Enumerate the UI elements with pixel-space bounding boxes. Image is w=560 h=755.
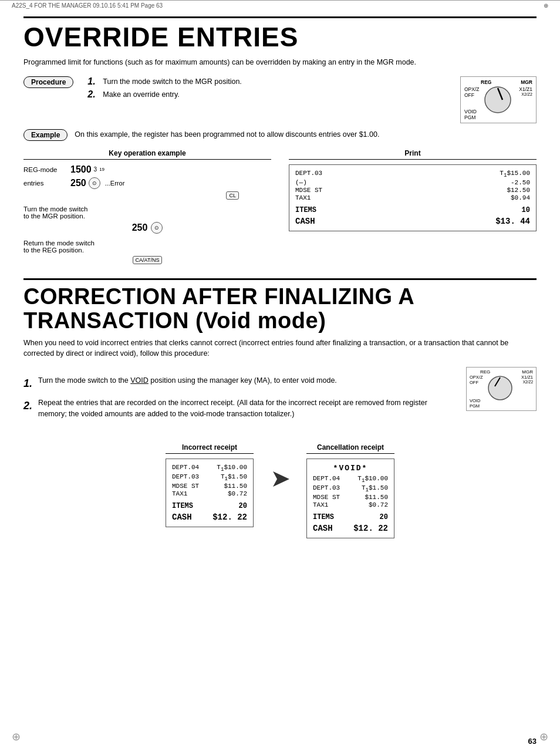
print-header: Print bbox=[289, 149, 537, 160]
void-step-2: 2. Repeat the entries that are recorded … bbox=[23, 397, 457, 420]
cancellation-receipt-box: *VOID* DEPT.04 T1$10.00 DEPT.03 T1$1.50 … bbox=[306, 459, 394, 538]
procedure-row: Procedure 1. Turn the mode switch to the… bbox=[23, 76, 537, 123]
bottom-left-mark: ⊕ bbox=[12, 730, 21, 743]
incorrect-receipt-box: DEPT.04 T1$10.00 DEPT.03 T1$1.50 MDSE ST… bbox=[166, 459, 254, 527]
example-row: Example On this example, the register ha… bbox=[23, 129, 537, 141]
bottom-right-mark: ⊕ bbox=[539, 730, 548, 743]
correction-section: CORRECTION AFTER FINALIZING A TRANSACTIO… bbox=[23, 278, 537, 538]
svg-point-2 bbox=[488, 376, 512, 400]
entries-row: entries 250 ⊙ ...Error bbox=[23, 177, 271, 189]
receipt-line-3: MDSE ST $12.50 bbox=[295, 187, 530, 194]
procedure-label: Procedure bbox=[23, 76, 73, 88]
void-steps-container: 1. Turn the mode switch to the VOID posi… bbox=[23, 367, 537, 434]
void-steps-list: 1. Turn the mode switch to the VOID posi… bbox=[23, 375, 457, 426]
procedure-step-2: 2. Make an override entry. bbox=[87, 89, 448, 100]
procedure-steps: 1. Turn the mode switch to the MGR posit… bbox=[87, 76, 448, 102]
incorrect-receipt-col: Incorrect receipt DEPT.04 T1$10.00 DEPT.… bbox=[166, 443, 254, 527]
key-op-section: Key operation example REG-mode 1500 319 … bbox=[23, 149, 271, 267]
void-step-1: 1. Turn the mode switch to the VOID posi… bbox=[23, 375, 457, 392]
receipts-comparison: Incorrect receipt DEPT.04 T1$10.00 DEPT.… bbox=[23, 443, 537, 538]
override-receipt: DEPT.03 T1$15.00 (—) -2.50 MDSE ST $12.5… bbox=[289, 164, 537, 231]
override-title: OVERRIDE ENTRIES bbox=[23, 21, 537, 53]
arrow-container: ➤ bbox=[265, 467, 295, 491]
override-section-border bbox=[23, 16, 537, 18]
receipt-line-cash: CASH $13. 44 bbox=[295, 217, 530, 226]
procedure-list: 1. Turn the mode switch to the MGR posit… bbox=[87, 76, 448, 100]
key-op-header: Key operation example bbox=[23, 149, 271, 160]
ca-at-ns-button: CA/AT/NS bbox=[133, 256, 163, 264]
switch-dial-svg bbox=[483, 85, 512, 114]
override-intro: Programmed limit for functions (such as … bbox=[23, 58, 537, 68]
circle-key-1: ⊙ bbox=[89, 177, 100, 189]
example-label: Example bbox=[23, 129, 68, 141]
void-header: *VOID* bbox=[313, 464, 388, 473]
page-number: 63 bbox=[528, 737, 537, 746]
return-mode-step: Return the mode switch to the REG positi… bbox=[23, 240, 271, 264]
mode-switch-diagram-override: REG MGR OPX/Z X1/Z1 OFF X2/Z2 VOIDPGM bbox=[460, 76, 537, 123]
void-switch-dial-svg bbox=[487, 375, 514, 402]
receipt-line-1: DEPT.03 T1$15.00 bbox=[295, 170, 530, 178]
example-text: On this example, the register has been p… bbox=[75, 129, 537, 140]
operations-container: Key operation example REG-mode 1500 319 … bbox=[23, 149, 537, 267]
correction-intro: When you need to void incorrect entries … bbox=[23, 338, 537, 359]
cancellation-receipt-col: Cancellation receipt *VOID* DEPT.04 T1$1… bbox=[306, 443, 394, 538]
receipt-line-items: ITEMS 10 bbox=[295, 206, 530, 214]
print-section: Print DEPT.03 T1$15.00 (—) -2.50 MDSE ST… bbox=[289, 149, 537, 267]
receipt-line-2: (—) -2.50 bbox=[295, 179, 530, 186]
svg-point-0 bbox=[485, 87, 511, 113]
page-content: OVERRIDE ENTRIES Programmed limit for fu… bbox=[0, 11, 560, 550]
page-header: A22S_4 FOR THE MANAGER 09.10.16 5:41 PM … bbox=[0, 0, 560, 11]
incorrect-receipt-title: Incorrect receipt bbox=[166, 443, 254, 454]
circle-key-2: ⊙ bbox=[151, 222, 163, 234]
mode-switch-diagram-void: REG MGR OPX/Z X1/Z1 OFF X2/Z2 bbox=[466, 367, 537, 411]
correction-title: CORRECTION AFTER FINALIZING A TRANSACTIO… bbox=[23, 285, 537, 334]
procedure-step-1: 1. Turn the mode switch to the MGR posit… bbox=[87, 76, 448, 87]
turn-mode-step: Turn the mode switch to the MGR position… bbox=[23, 205, 271, 234]
cancellation-receipt-title: Cancellation receipt bbox=[306, 443, 394, 454]
cl-button: CL bbox=[226, 191, 239, 200]
reg-mode-row: REG-mode 1500 319 bbox=[23, 164, 271, 175]
error-text: ...Error bbox=[105, 180, 125, 187]
receipt-line-4: TAX1 $0.94 bbox=[295, 194, 530, 201]
header-page-mark: ⊕ bbox=[544, 2, 548, 9]
header-text: A22S_4 FOR THE MANAGER 09.10.16 5:41 PM … bbox=[12, 2, 163, 9]
arrow-icon: ➤ bbox=[271, 467, 289, 491]
